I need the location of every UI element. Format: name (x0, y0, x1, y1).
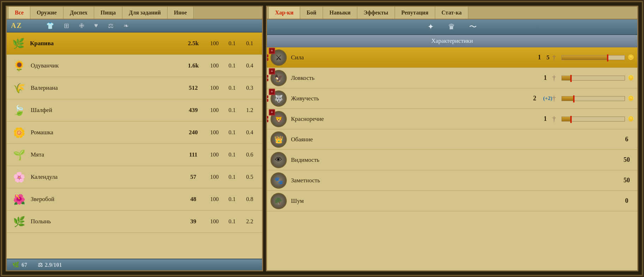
stat-value: 2 (528, 95, 542, 102)
stat-row[interactable]: + ⚔ Сила 1 5 † 🪙 (267, 47, 637, 68)
stat-name: Шум (287, 198, 620, 205)
stat-value: 50 (620, 156, 634, 164)
item-row[interactable]: 🌾 Валериана 512 100 0.1 0.3 (7, 77, 262, 99)
right-tab-5[interactable]: Стат-ка (435, 7, 468, 19)
item-c2: 0.1 (223, 63, 241, 69)
item-c3: 0.1 (241, 40, 259, 47)
stat-symbol: 🦁 (274, 115, 283, 123)
right-tab-1[interactable]: Бой (300, 7, 323, 19)
item-row[interactable]: 🌿 Полынь 39 100 0.1 2.2 (7, 211, 262, 233)
stat-name: Заметность (287, 177, 620, 184)
left-tab-1[interactable]: Оружие (30, 7, 63, 19)
stat-icon: 🐾 (271, 172, 287, 189)
stat-row[interactable]: + 🦁 Красноречие 1 † 🪙 (267, 109, 637, 129)
right-item-list: Характеристики + ⚔ Сила 1 5 † 🪙 (267, 35, 637, 270)
left-tab-0[interactable]: Все (8, 7, 30, 19)
stat-bar (561, 55, 625, 60)
stat-bar-wrap: † 🪙 (552, 94, 634, 102)
item-icon: 🍃 (10, 101, 28, 119)
stat-icon: 👑 (271, 131, 287, 148)
stat-row[interactable]: 🪖 Шум 0 (267, 191, 637, 211)
stat-bar-fill (562, 76, 570, 80)
star-col-icon: ✦ (427, 22, 434, 31)
item-c1: 100 (206, 40, 223, 47)
stat-row[interactable]: + 🐺 Живучесть 2 (+2) † 🪙 (267, 88, 637, 109)
stat-bonus: (+2) (543, 95, 552, 101)
item-c2: 0.1 (223, 174, 241, 180)
right-tab-0[interactable]: Хар-ки (268, 7, 300, 19)
stat-bar-marker (573, 95, 575, 102)
stat-name: Сила (287, 54, 533, 61)
item-qty: 39 (181, 218, 206, 225)
left-panel: ВсеОружиеДоспехПищаДля заданийИное AZ 👕 … (6, 6, 263, 271)
stat-bar-wrap: † 🪙 (552, 74, 634, 82)
stat-row[interactable]: 🐾 Заметность 50 (267, 170, 637, 191)
stat-name: Видимость (287, 157, 620, 164)
item-row[interactable]: 🌻 Одуванчик 1.6k 100 0.1 0.4 (7, 55, 262, 77)
item-c1: 100 (206, 85, 223, 91)
item-icon: 🌱 (10, 146, 28, 164)
ring-strip-top (267, 95, 268, 98)
stat-bar-fill (562, 96, 573, 101)
left-tab-2[interactable]: Доспех (63, 7, 94, 19)
item-name: Валериана (28, 84, 181, 92)
shirt-icon: 👕 (46, 22, 54, 30)
right-tab-2[interactable]: Навыки (323, 7, 357, 19)
sort-label[interactable]: AZ (11, 22, 39, 30)
item-name: Крапива (27, 40, 181, 47)
stat-bar (561, 117, 625, 122)
item-row[interactable]: 🌺 Зверобой 48 100 0.1 0.8 (7, 188, 262, 211)
item-icon: 🌻 (10, 57, 28, 75)
item-c1: 100 (206, 152, 223, 158)
sword-left-icon: † (552, 94, 556, 102)
stat-value: 0 (620, 197, 634, 205)
ring-strip-bottom (267, 78, 268, 81)
stat-plus-btn[interactable]: + (269, 48, 275, 54)
item-row[interactable]: 🌸 Календула 57 100 0.1 0.5 (7, 166, 262, 188)
item-icon: 🌺 (10, 190, 28, 208)
left-tab-bar: ВсеОружиеДоспехПищаДля заданийИное (7, 7, 262, 19)
stat-plus-btn[interactable]: + (269, 68, 275, 75)
item-name: Зверобой (28, 196, 181, 203)
item-row[interactable]: 🍃 Шалфей 439 100 0.1 1.2 (7, 99, 262, 122)
ring-strip-top (267, 116, 268, 119)
left-tab-5[interactable]: Иное (168, 7, 194, 19)
cross-icon: ✙ (79, 22, 84, 30)
crown-col-icon: ♛ (448, 22, 455, 31)
item-row[interactable]: 🌿 Крапива 2.5k 100 0.1 0.1 (7, 33, 262, 55)
stat-plus-btn[interactable]: + (269, 89, 275, 95)
left-tab-4[interactable]: Для заданий (122, 7, 168, 19)
item-c2: 0.1 (223, 218, 241, 225)
stat-row[interactable]: 👑 Обаяние 6 (267, 129, 637, 150)
item-c1: 100 (206, 129, 223, 136)
stat-bar-marker (570, 116, 572, 123)
herb-icon: ❧ (123, 22, 129, 30)
stat-plus-btn[interactable]: + (269, 109, 275, 116)
stat-row[interactable]: + 🦅 Ловкость 1 † 🪙 (267, 68, 637, 88)
item-c1: 100 (206, 196, 223, 202)
right-tab-3[interactable]: Эффекты (357, 7, 395, 19)
count-icon: ⊞ (64, 22, 69, 30)
stat-symbol: 🦅 (274, 74, 283, 82)
stat-value: 1 (538, 74, 552, 82)
ring-decoration (267, 95, 268, 102)
stat-icon: + 🐺 (271, 90, 287, 107)
item-row[interactable]: 🌱 Мята 111 100 0.1 0.6 (7, 144, 262, 166)
left-tab-3[interactable]: Пища (94, 7, 122, 19)
item-row[interactable]: 🌼 Ромашка 240 100 0.1 0.4 (7, 122, 262, 144)
stat-extra: 5 (547, 54, 550, 61)
item-list: 🌿 Крапива 2.5k 100 0.1 0.1 🌻 Одуванчик 1… (7, 33, 262, 259)
sword-left-icon: † (552, 53, 556, 61)
item-c3: 0.3 (241, 85, 259, 91)
ring-decoration (267, 75, 268, 81)
stat-row[interactable]: 👁 Видимость 50 (267, 150, 637, 170)
stat-value: 6 (620, 136, 634, 143)
stat-symbol: 🪖 (274, 197, 283, 205)
item-icon: 🌸 (10, 168, 28, 186)
stat-name: Ловкость (287, 75, 538, 82)
heart-icon: ♥ (94, 22, 98, 29)
stat-icon: + 🦅 (271, 70, 287, 86)
ring-strip-top (267, 75, 268, 78)
right-tab-4[interactable]: Репутация (395, 7, 435, 19)
item-qty: 512 (181, 84, 206, 92)
